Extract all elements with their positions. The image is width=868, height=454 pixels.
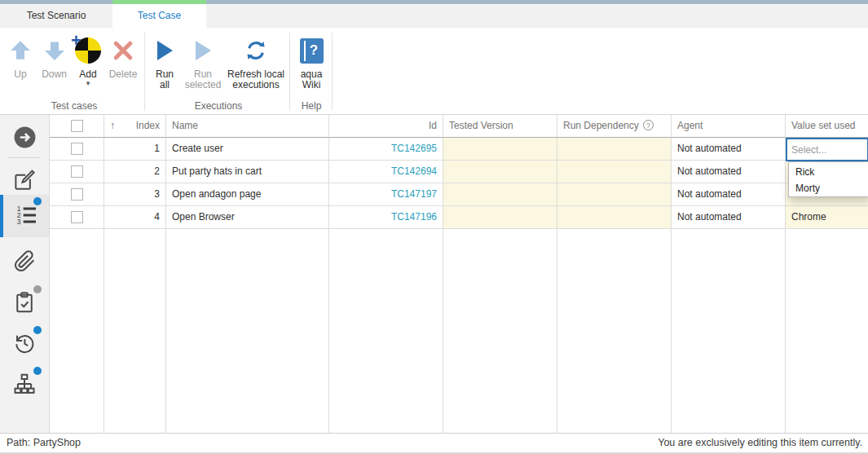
notification-badge bbox=[33, 197, 42, 205]
row-checkbox[interactable] bbox=[71, 211, 83, 223]
aqua-test-case-window: Test Scenario Test Case Up Down + Add ▾ bbox=[0, 0, 868, 454]
select-all-checkbox[interactable] bbox=[71, 120, 83, 132]
value-set-select-editor[interactable] bbox=[786, 138, 868, 161]
value-set-cell[interactable]: Chrome bbox=[786, 206, 868, 229]
run-selected-label-line2: selected bbox=[185, 79, 222, 90]
down-button[interactable]: Down bbox=[37, 34, 72, 109]
history-icon bbox=[12, 331, 37, 358]
hierarchy-icon bbox=[12, 372, 37, 399]
run-dependency-cell[interactable] bbox=[557, 161, 672, 183]
run-all-label-line1: Run bbox=[156, 68, 174, 80]
notification-badge bbox=[33, 285, 42, 293]
tab-test-scenario[interactable]: Test Scenario bbox=[0, 4, 112, 28]
up-button-label: Up bbox=[14, 69, 26, 80]
refresh-icon bbox=[244, 34, 268, 67]
arrow-up-icon bbox=[8, 34, 33, 67]
id-link-cell[interactable]: TC147196 bbox=[329, 206, 443, 229]
run-selected-label-line1: Run bbox=[194, 68, 212, 80]
header-index[interactable]: ↑Index bbox=[104, 115, 166, 138]
sidebar-item-test-steps[interactable]: 1 2 3 bbox=[0, 195, 49, 237]
tested-version-cell[interactable] bbox=[443, 138, 557, 161]
name-cell[interactable]: Open Browser bbox=[166, 206, 329, 229]
index-cell: 4 bbox=[104, 206, 166, 229]
run-all-label-line2: all bbox=[160, 79, 170, 90]
header-id[interactable]: Id bbox=[329, 115, 443, 138]
agent-cell[interactable]: Not automated bbox=[672, 138, 786, 161]
ribbon-group-separator bbox=[332, 33, 333, 111]
add-dropdown-caret[interactable]: ▾ bbox=[86, 80, 90, 86]
edit-icon bbox=[12, 168, 37, 195]
dropdown-option-morty[interactable]: Morty bbox=[789, 180, 868, 196]
header-value-set-used[interactable]: Value set used bbox=[786, 115, 868, 138]
run-dependency-cell[interactable] bbox=[557, 138, 672, 161]
header-tested-version[interactable]: Tested Version bbox=[443, 115, 557, 138]
add-button[interactable]: + Add ▾ bbox=[73, 34, 104, 109]
row-select-cell[interactable] bbox=[50, 161, 104, 183]
run-dependency-cell[interactable] bbox=[557, 206, 672, 229]
ribbon-tab-bar: Test Scenario Test Case bbox=[0, 4, 868, 28]
paperclip-icon bbox=[12, 249, 37, 276]
notification-badge bbox=[33, 326, 42, 334]
delete-button-label: Delete bbox=[109, 69, 138, 80]
row-select-cell[interactable] bbox=[50, 138, 104, 161]
up-button[interactable]: Up bbox=[5, 34, 36, 109]
agent-cell[interactable]: Not automated bbox=[672, 183, 786, 206]
test-case-grid: ↑Index Name Id Tested Version Run Depend… bbox=[49, 115, 868, 433]
tab-test-case[interactable]: Test Case bbox=[112, 4, 206, 28]
header-select-all[interactable] bbox=[50, 115, 104, 138]
name-cell[interactable]: Open andagon page bbox=[166, 183, 329, 206]
refresh-label-line2: executions bbox=[232, 79, 279, 90]
group-label-executions: Executions bbox=[148, 99, 289, 112]
ribbon-group-separator bbox=[289, 33, 290, 111]
run-all-button[interactable]: Run all bbox=[148, 34, 181, 109]
run-selected-button[interactable]: Run selected bbox=[182, 34, 224, 109]
header-agent[interactable]: Agent bbox=[672, 115, 786, 138]
agent-cell[interactable]: Not automated bbox=[672, 161, 786, 183]
ribbon: Up Down + Add ▾ Delete Run all bbox=[0, 28, 868, 115]
arrow-down-icon bbox=[42, 34, 67, 67]
sidebar-item-history[interactable] bbox=[0, 324, 49, 364]
row-select-cell[interactable] bbox=[50, 206, 104, 229]
numbered-list-icon: 1 2 3 bbox=[13, 202, 39, 231]
header-run-dependency[interactable]: Run Dependency? bbox=[557, 115, 672, 138]
index-cell: 3 bbox=[104, 183, 166, 206]
tested-version-cell[interactable] bbox=[443, 206, 557, 229]
run-dependency-cell[interactable] bbox=[557, 183, 672, 206]
id-link-cell[interactable]: TC147197 bbox=[329, 183, 443, 206]
table-row: 3 Open andagon page TC147197 Not automat… bbox=[50, 183, 868, 206]
clipboard-check-icon bbox=[12, 290, 37, 317]
tested-version-cell[interactable] bbox=[443, 183, 557, 206]
tested-version-cell[interactable] bbox=[443, 161, 557, 183]
sidebar-item-hierarchy[interactable] bbox=[0, 364, 49, 405]
row-checkbox[interactable] bbox=[71, 188, 83, 201]
delete-x-icon bbox=[112, 34, 134, 67]
aqua-wiki-button[interactable]: ? aqua Wiki bbox=[293, 34, 330, 109]
name-cell[interactable]: Put party hats in cart bbox=[166, 161, 329, 183]
id-link-cell[interactable]: TC142694 bbox=[329, 161, 443, 183]
row-checkbox[interactable] bbox=[71, 165, 83, 178]
help-circle-icon[interactable]: ? bbox=[643, 120, 654, 130]
agent-cell[interactable]: Not automated bbox=[672, 206, 786, 229]
row-checkbox[interactable] bbox=[71, 143, 83, 155]
sidebar-item-navigate[interactable] bbox=[0, 120, 49, 157]
index-cell: 1 bbox=[104, 138, 166, 161]
svg-text:3: 3 bbox=[17, 218, 21, 226]
row-select-cell[interactable] bbox=[50, 183, 104, 206]
wiki-book-icon: ? bbox=[300, 34, 324, 67]
index-cell: 2 bbox=[104, 161, 166, 183]
wiki-question-glyph: ? bbox=[310, 42, 318, 58]
name-cell[interactable]: Create user bbox=[166, 138, 329, 161]
sidebar-item-review[interactable] bbox=[0, 283, 49, 324]
exclusive-editing-notice: You are exclusively editing this item cu… bbox=[658, 434, 862, 452]
value-set-select-input[interactable] bbox=[787, 139, 867, 160]
refresh-local-executions-button[interactable]: Refresh local executions bbox=[225, 34, 287, 109]
group-label-test-cases: Test cases bbox=[5, 99, 143, 112]
id-link-cell[interactable]: TC142695 bbox=[329, 138, 443, 161]
header-name[interactable]: Name bbox=[166, 115, 329, 138]
sidebar-item-attachments[interactable] bbox=[0, 244, 49, 281]
delete-button[interactable]: Delete bbox=[104, 34, 142, 109]
table-row: 2 Put party hats in cart TC142694 Not au… bbox=[50, 161, 868, 183]
grid-header-row: ↑Index Name Id Tested Version Run Depend… bbox=[50, 115, 868, 138]
dropdown-option-rick[interactable]: Rick bbox=[789, 164, 868, 180]
group-label-help: Help bbox=[292, 99, 331, 112]
